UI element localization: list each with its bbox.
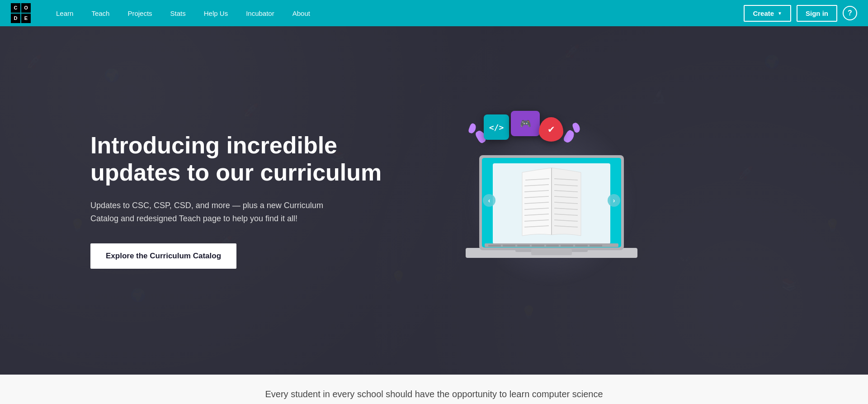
svg-text:›: › <box>613 197 615 204</box>
laptop-svg: ‹ › <box>452 124 651 277</box>
svg-rect-35 <box>575 245 588 247</box>
tagline-text: Every student in every school should hav… <box>11 389 857 399</box>
hero-subtitle: Updates to CSC, CSP, CSD, and more — plu… <box>90 199 344 225</box>
hero-illustration: </> 🎮 ✔ <box>434 105 669 295</box>
logo-cell-c: C <box>11 3 20 13</box>
hero-content: Introducing incredible updates to our cu… <box>0 69 868 332</box>
help-button[interactable]: ? <box>843 6 857 20</box>
svg-rect-34 <box>561 245 573 247</box>
nav-teach[interactable]: Teach <box>84 6 117 21</box>
code-card: </> <box>484 114 509 140</box>
hero-title: Introducing incredible updates to our cu… <box>90 132 398 186</box>
dropdown-arrow-icon: ▼ <box>778 11 782 16</box>
svg-rect-37 <box>531 249 572 255</box>
nav-stats[interactable]: Stats <box>163 6 193 21</box>
svg-rect-33 <box>546 245 559 247</box>
svg-text:‹: ‹ <box>488 197 491 204</box>
logo-cell-e: E <box>21 14 31 23</box>
nav-right: Create ▼ Sign in ? <box>744 5 857 22</box>
nav-about[interactable]: About <box>285 6 317 21</box>
svg-rect-32 <box>532 245 544 247</box>
nav-help-us[interactable]: Help Us <box>197 6 235 21</box>
hero-section: 🚀🌍💡🔍🚀📚🎓🚀💡🌍🔭🚀📚💡🔬🎮🚀🌍📚💡 Introducing incredi… <box>0 26 868 375</box>
svg-rect-30 <box>503 245 515 247</box>
signin-button[interactable]: Sign in <box>797 5 837 22</box>
tagline-section: Every student in every school should hav… <box>0 375 868 404</box>
svg-rect-29 <box>488 245 501 247</box>
logo-cell-o: O <box>21 3 31 13</box>
nav-incubator[interactable]: Incubator <box>239 6 282 21</box>
logo-cell-d: D <box>11 14 20 23</box>
nav-learn[interactable]: Learn <box>49 6 80 21</box>
logo[interactable]: C O D E <box>11 3 31 23</box>
hero-text: Introducing incredible updates to our cu… <box>90 132 398 268</box>
navbar: C O D E Learn Teach Projects Stats Help … <box>0 0 868 26</box>
svg-rect-31 <box>517 245 530 247</box>
create-button[interactable]: Create ▼ <box>744 5 791 22</box>
explore-catalog-button[interactable]: Explore the Curriculum Catalog <box>90 243 236 269</box>
game-card: 🎮 <box>511 111 540 136</box>
nav-projects[interactable]: Projects <box>120 6 159 21</box>
create-label: Create <box>753 10 774 17</box>
svg-rect-36 <box>590 245 602 247</box>
nav-links: Learn Teach Projects Stats Help Us Incub… <box>49 6 744 21</box>
